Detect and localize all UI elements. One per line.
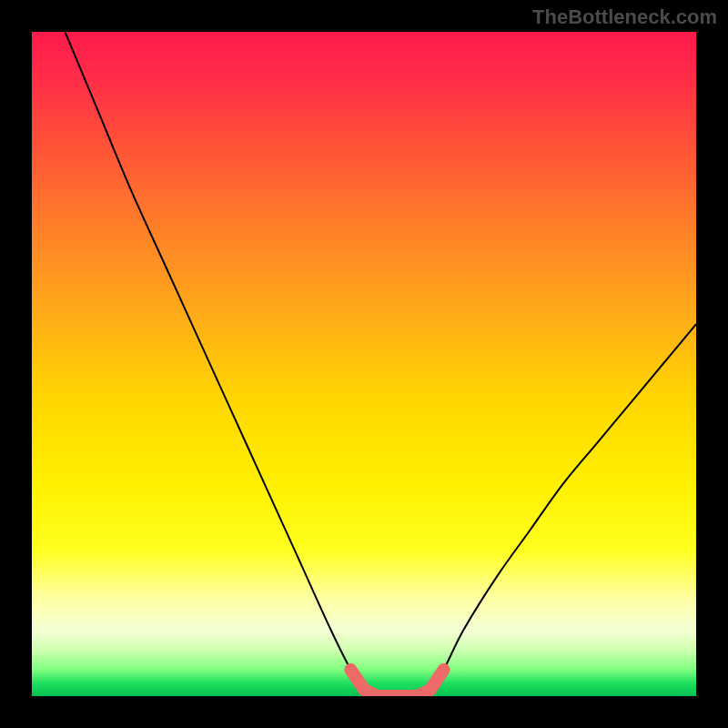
valley-highlight	[350, 670, 443, 696]
watermark-text: TheBottleneck.com	[532, 5, 717, 29]
chart-plot-area	[32, 32, 696, 696]
bottleneck-curve-line	[66, 32, 697, 696]
chart-curve-svg	[32, 32, 696, 696]
